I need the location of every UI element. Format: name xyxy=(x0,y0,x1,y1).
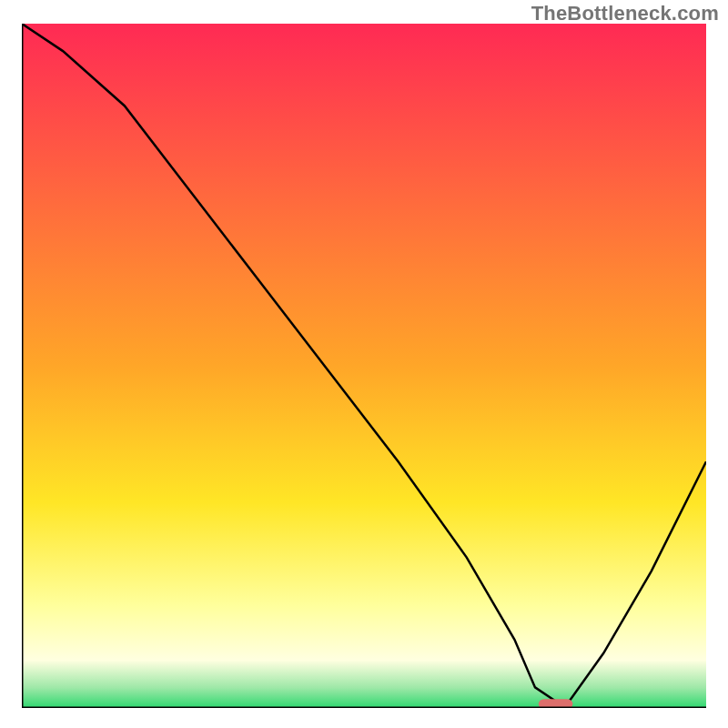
plot-background xyxy=(22,24,706,708)
chart-svg xyxy=(22,24,706,708)
watermark-label: TheBottleneck.com xyxy=(531,2,719,25)
chart-container: TheBottleneck.com xyxy=(0,0,728,728)
plot-area xyxy=(22,24,706,708)
